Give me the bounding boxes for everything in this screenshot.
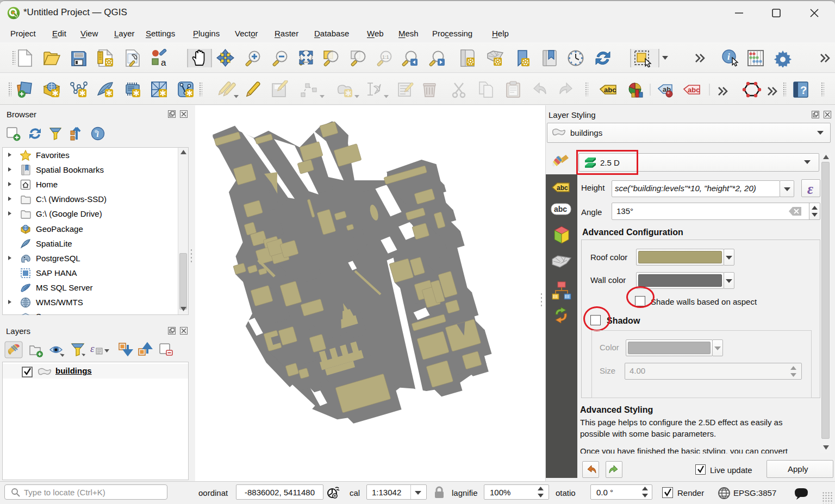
svg-text:a: a (161, 58, 166, 67)
svg-text:abc: abc (554, 205, 567, 213)
svg-text:ε: ε (90, 343, 95, 354)
svg-text:?: ? (800, 84, 807, 96)
svg-text:i: i (727, 52, 730, 62)
svg-text:abc: abc (688, 86, 700, 94)
svg-text:abc: abc (604, 86, 616, 94)
svg-text:abc: abc (557, 184, 568, 192)
svg-text:1:1: 1:1 (382, 54, 389, 60)
